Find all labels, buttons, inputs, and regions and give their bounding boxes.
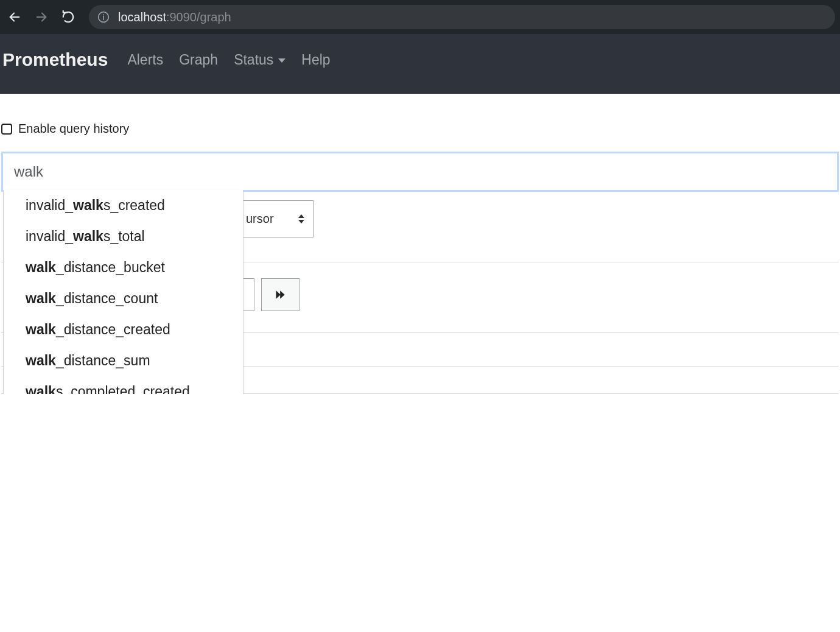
- insert-metric-button-partial[interactable]: ursor: [242, 200, 313, 237]
- fast-forward-icon: [275, 289, 287, 301]
- history-label: Enable query history: [18, 122, 129, 136]
- enable-history-row[interactable]: Enable query history: [1, 122, 839, 152]
- nav-alerts[interactable]: Alerts: [127, 52, 163, 68]
- brand[interactable]: Prometheus: [2, 49, 119, 70]
- nav-graph[interactable]: Graph: [179, 52, 218, 68]
- nav-status[interactable]: Status: [234, 52, 285, 68]
- select-arrows-icon: [298, 214, 304, 223]
- forward-icon[interactable]: [34, 10, 49, 24]
- autocomplete-item[interactable]: walks_completed_created: [4, 376, 243, 394]
- main-content: Enable query history invalid_walks_creat…: [0, 94, 840, 394]
- partial-button-edge: [242, 278, 254, 311]
- nav-links: Alerts Graph Status Help: [119, 52, 330, 68]
- url-host: localhost: [118, 10, 166, 24]
- autocomplete-item[interactable]: walk_distance_created: [4, 314, 243, 345]
- autocomplete-item[interactable]: invalid_walks_total: [4, 221, 243, 252]
- query-expression-input[interactable]: [3, 153, 837, 190]
- svg-marker-5: [276, 290, 281, 298]
- url-path: :9090/graph: [166, 10, 231, 24]
- svg-marker-6: [280, 290, 285, 298]
- browser-chrome: localhost:9090/graph: [0, 0, 840, 34]
- back-icon[interactable]: [7, 10, 22, 24]
- autocomplete-item[interactable]: invalid_walks_created: [4, 190, 243, 221]
- autocomplete-dropdown: invalid_walks_createdinvalid_walks_total…: [3, 190, 243, 394]
- chevron-down-icon: [278, 58, 285, 63]
- autocomplete-item[interactable]: walk_distance_count: [4, 283, 243, 314]
- svg-point-4: [103, 14, 104, 15]
- site-info-icon[interactable]: [97, 11, 110, 23]
- autocomplete-item[interactable]: walk_distance_sum: [4, 345, 243, 376]
- autocomplete-item[interactable]: walk_distance_bucket: [4, 252, 243, 283]
- url-bar[interactable]: localhost:9090/graph: [89, 5, 835, 29]
- nav-status-label: Status: [234, 52, 273, 68]
- browser-nav-buttons: [5, 10, 75, 24]
- nav-help[interactable]: Help: [301, 52, 330, 68]
- history-checkbox[interactable]: [1, 124, 12, 135]
- app-navbar: Prometheus Alerts Graph Status Help: [0, 34, 840, 94]
- query-input-wrap: invalid_walks_createdinvalid_walks_total…: [1, 152, 839, 192]
- reload-icon[interactable]: [61, 10, 75, 24]
- fast-forward-button[interactable]: [261, 278, 299, 311]
- partial-label: ursor: [246, 212, 274, 226]
